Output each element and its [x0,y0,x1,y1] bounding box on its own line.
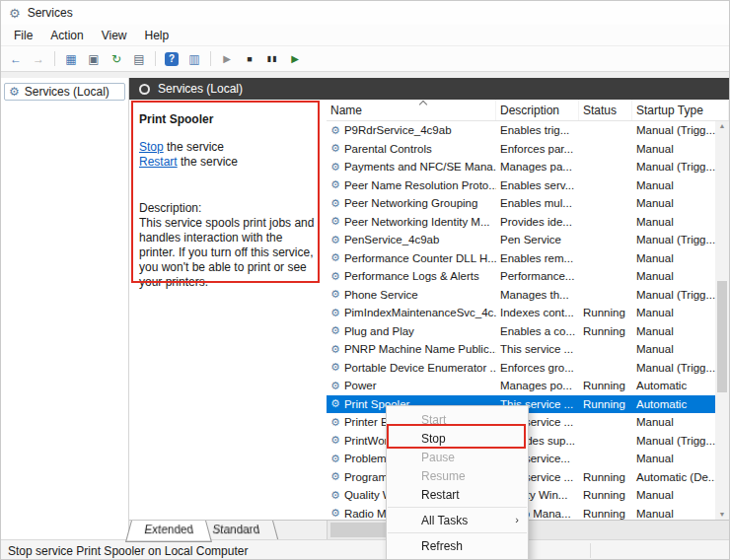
column-header-startup-type[interactable]: Startup Type [632,100,729,120]
services-app-icon: ⚙ [9,7,21,20]
table-row[interactable]: ⚙Parental ControlsEnforces par...Manual [327,140,715,159]
service-gear-icon: ⚙ [330,234,340,246]
cell-startup-type: Manual [632,325,715,337]
toolbar: ←→▦▣↻▤?▥▶■▮▮▶ [1,46,729,72]
table-row[interactable]: ⚙PNRP Machine Name Public...This service… [327,340,715,359]
table-row[interactable]: ⚙Payments and NFC/SE Mana...Manages pa..… [327,158,715,176]
menu-item-restart[interactable]: Restart [387,485,528,504]
cell-description: Enables rem... [496,252,579,264]
cell-service-name: ⚙PimIndexMaintenanceSvc_4c... [327,307,496,319]
menu-action[interactable]: Action [41,26,92,45]
main-area: ⚙ Services (Local) Services (Local) Prin… [1,72,729,539]
tree-item-services-local[interactable]: ⚙ Services (Local) [4,83,125,101]
cell-description: Enforces gro... [496,362,579,374]
description-text: This service spools print jobs and handl… [139,216,317,290]
cell-service-name: ⚙Performance Counter DLL H... [327,251,496,264]
service-gear-icon: ⚙ [330,124,340,137]
cell-startup-type: Manual (Trigg... [632,362,715,374]
scroll-up-icon[interactable]: ▲ [715,121,729,131]
description-label: Description: [139,201,317,216]
table-row[interactable]: ⚙PimIndexMaintenanceSvc_4c...Indexes con… [327,304,715,322]
window-titlebar[interactable]: ⚙ Services [1,1,729,25]
menu-separator [388,532,527,533]
cell-description: Provides ide... [496,216,579,228]
cell-startup-type: Manual [632,489,715,501]
table-row[interactable]: ⚙Performance Logs & AlertsPerformance...… [327,267,715,286]
export-list-button[interactable]: ▤ [128,48,150,70]
pause-service-button[interactable]: ▮▮ [261,48,283,70]
table-row[interactable]: ⚙Phone ServiceManages th...Manual (Trigg… [327,286,715,305]
table-row[interactable]: ⚙Peer Name Resolution Proto...Enables se… [327,176,715,195]
service-gear-icon: ⚙ [330,270,340,283]
table-row[interactable]: ⚙PowerManages po...RunningAutomatic [327,377,715,395]
cell-startup-type: Automatic [632,380,715,391]
cell-status: Running [579,398,632,410]
table-row[interactable]: ⚙Peer Networking Identity M...Provides i… [327,213,715,232]
service-name-text: Performance Counter DLL H... [344,252,496,264]
cell-description: Enables serv... [496,179,579,191]
menu-view[interactable]: View [93,26,136,45]
cell-startup-type: Automatic [632,398,715,410]
scroll-down-icon[interactable]: ▼ [715,510,729,520]
menu-file[interactable]: File [5,26,41,45]
cell-service-name: ⚙Portable Device Enumerator ... [327,361,496,374]
cell-service-name: ⚙Power [327,380,496,392]
help-button[interactable]: ? [161,48,182,70]
cell-service-name: ⚙Peer Networking Grouping [327,197,496,210]
restart-service-button[interactable]: ▶ [284,48,306,70]
refresh-button[interactable]: ↻ [106,48,127,70]
table-row[interactable]: ⚙Peer Networking GroupingEnables mul...M… [327,194,715,213]
back-icon: ← [10,52,22,66]
restart-service-suffix: the service [178,155,238,169]
column-header-name[interactable]: Name [327,100,496,120]
menu-item-resume: Resume [387,466,528,485]
service-gear-icon: ⚙ [330,361,340,374]
menu-item-pause: Pause [387,448,528,466]
column-header-status[interactable]: Status [579,100,632,120]
toolbar-separator [54,51,55,66]
start-service-icon: ▶ [223,53,231,64]
table-row[interactable]: ⚙PenService_4c9abPen ServiceManual (Trig… [327,231,715,249]
show-console-tree-button[interactable]: ▦ [60,48,82,70]
start-service-button[interactable]: ▶ [216,48,238,70]
help-icon: ? [165,52,179,66]
action-pane-button[interactable]: ▥ [183,48,205,70]
stop-service-button[interactable]: ■ [239,48,260,70]
cell-startup-type: Manual (Trigg... [632,124,715,136]
table-row[interactable]: ⚙Performance Counter DLL H...Enables rem… [327,249,715,268]
back-button[interactable]: ← [5,48,27,70]
restart-service-icon: ▶ [291,53,299,64]
restart-service-link[interactable]: Restart [139,155,178,169]
tab-extended[interactable]: Extended [125,521,213,542]
cell-startup-type: Manual (Trigg... [632,289,715,301]
status-text: Stop service Print Spooler on Local Comp… [8,544,248,558]
forward-button[interactable]: → [28,48,49,70]
stop-service-icon: ■ [247,54,252,64]
service-gear-icon: ⚙ [330,197,340,210]
tabs-host: ExtendedStandard [129,521,327,539]
cell-description: Enables a co... [496,325,579,337]
cell-description: Performance... [496,270,579,282]
menu-item-stop[interactable]: Stop [387,429,528,448]
menu-item-all-tasks[interactable]: All Tasks› [387,511,528,529]
table-row[interactable]: ⚙P9RdrService_4c9abEnables trig...Manual… [327,121,715,140]
stop-service-link[interactable]: Stop [139,140,164,154]
service-action-links: Stop the service Restart the service [139,140,317,170]
scrollbar-thumb[interactable] [717,281,727,392]
cell-status: Running [579,307,632,318]
service-name-text: Power [344,380,377,391]
cell-status: Running [579,471,632,483]
cell-service-name: ⚙Phone Service [327,288,496,301]
service-name-text: PenService_4c9ab [344,234,440,245]
table-row[interactable]: ⚙Portable Device Enumerator ...Enforces … [327,359,715,378]
table-row[interactable]: ⚙Plug and PlayEnables a co...RunningManu… [327,322,715,341]
vertical-scrollbar[interactable]: ▲ ▼ [715,121,729,520]
service-gear-icon: ⚙ [330,178,340,191]
menu-item-refresh[interactable]: Refresh [387,536,528,555]
action-pane-icon: ▥ [188,52,199,66]
properties-button[interactable]: ▣ [83,48,105,70]
menu-help[interactable]: Help [136,26,179,45]
console-tree-panel: ⚙ Services (Local) [1,78,129,539]
status-bar: Stop service Print Spooler on Local Comp… [1,539,729,560]
column-header-description[interactable]: Description [496,100,579,120]
